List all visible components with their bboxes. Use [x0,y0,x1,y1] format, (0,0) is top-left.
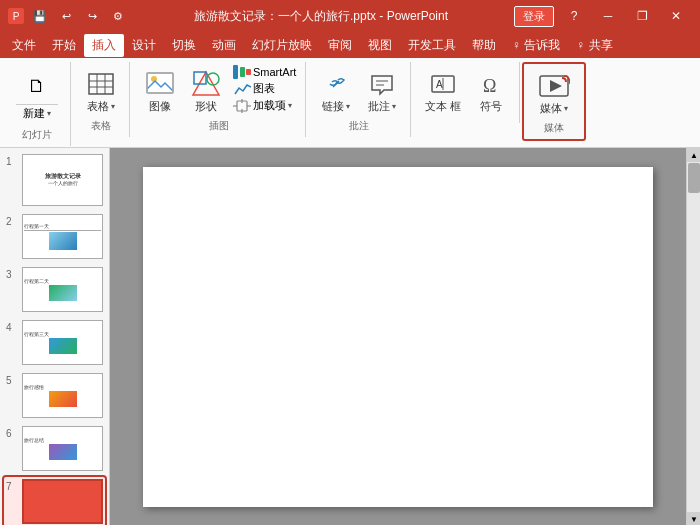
menu-slideshow[interactable]: 幻灯片放映 [244,34,320,57]
ribbon-group-text: A 文本 框 Ω 符号 [413,62,520,123]
menu-transitions[interactable]: 切换 [164,34,204,57]
ribbon-group-illustrations: 图像 形状 [132,62,306,137]
title-bar-left: P 💾 ↩ ↪ ⚙ [8,6,128,26]
new-slide-caret: ▾ [47,109,51,118]
svg-rect-0 [89,74,113,94]
slide-preview-7 [22,479,103,524]
ppt-canvas[interactable] [143,167,653,507]
slide-num-3: 3 [6,269,18,280]
addons-button[interactable]: 加载项 ▾ [230,97,299,114]
addons-label: 加载项 [253,98,286,113]
ribbon-group-links: 链接 ▾ 批注 ▾ [308,62,411,137]
save-icon[interactable]: 💾 [30,6,50,26]
table-label: 表格 ▾ [87,100,115,113]
workspace: 1 旅游散文记录 一个人的旅行 2 行程第一天 3 行 [0,148,700,525]
title-bar: P 💾 ↩ ↪ ⚙ 旅游散文记录：一个人的旅行.pptx - PowerPoin… [0,0,700,32]
menu-review[interactable]: 审阅 [320,34,360,57]
slide-thumb-4[interactable]: 4 行程第三天 [4,318,105,367]
textbox-icon: A [427,68,459,100]
shapes-label: 形状 [195,100,217,113]
scrollbar-thumb[interactable] [688,163,700,193]
scrollbar-track[interactable] [687,162,700,512]
scroll-down-button[interactable]: ▼ [687,512,700,525]
table-caret: ▾ [111,102,115,112]
slide-thumb-7[interactable]: 7 [4,477,105,525]
illustrations-group-label: 插图 [209,119,229,133]
table-button[interactable]: 表格 ▾ [79,64,123,117]
undo-icon[interactable]: ↩ [56,6,76,26]
slide-num-2: 2 [6,216,18,227]
smartart-button[interactable]: SmartArt [230,64,299,80]
menu-view[interactable]: 视图 [360,34,400,57]
menu-animations[interactable]: 动画 [204,34,244,57]
svg-text:A: A [436,79,443,90]
links-group-items: 链接 ▾ 批注 ▾ [314,64,404,117]
image-button[interactable]: 图像 [138,64,182,117]
slide-preview-2: 行程第一天 [22,214,103,259]
right-scrollbar[interactable]: ▲ ▼ [686,148,700,525]
menu-design[interactable]: 设计 [124,34,164,57]
menu-insert[interactable]: 插入 [84,34,124,57]
slide-thumb-1[interactable]: 1 旅游散文记录 一个人的旅行 [4,152,105,208]
new-slide-button[interactable]: 🗋 新建 ▾ [10,64,64,126]
slides-group-items: 🗋 新建 ▾ [10,64,64,126]
links-group-label: 批注 [349,119,369,133]
minimize-button[interactable]: ─ [592,6,624,26]
slides-panel: 1 旅游散文记录 一个人的旅行 2 行程第一天 3 行 [0,148,110,525]
main-canvas-area [110,148,686,525]
menu-help[interactable]: 帮助 [464,34,504,57]
title-bar-right: 登录 ? ─ ❐ ✕ [514,6,692,27]
textbox-button[interactable]: A 文本 框 [419,64,467,117]
tables-group-items: 表格 ▾ [79,64,123,117]
slide-num-6: 6 [6,428,18,439]
chart-button[interactable]: 图表 [230,80,299,97]
comment-icon [366,68,398,100]
scroll-up-button[interactable]: ▲ [687,148,700,162]
slide-thumb-5[interactable]: 5 旅行感悟 [4,371,105,420]
slide-thumb-3[interactable]: 3 行程第二天 [4,265,105,314]
slide-num-4: 4 [6,322,18,333]
svg-marker-26 [550,80,562,92]
slide-thumb-2[interactable]: 2 行程第一天 [4,212,105,261]
svg-rect-13 [246,69,251,75]
media-caret: ▾ [564,104,568,114]
login-button[interactable]: 登录 [514,6,554,27]
help-button[interactable]: ? [558,6,590,26]
link-caret: ▾ [346,102,350,112]
comment-caret: ▾ [392,102,396,112]
slide-preview-4: 行程第三天 [22,320,103,365]
menu-file[interactable]: 文件 [4,34,44,57]
ribbon: 🗋 新建 ▾ 幻灯片 [0,58,700,148]
link-button[interactable]: 链接 ▾ [314,64,358,117]
slides-group-label: 幻灯片 [22,128,52,142]
link-label: 链接 ▾ [322,100,350,113]
symbol-button[interactable]: Ω 符号 [469,64,513,117]
svg-rect-5 [147,73,173,93]
media-label: 媒体 ▾ [540,102,568,115]
media-icon [538,70,570,102]
menu-home[interactable]: 开始 [44,34,84,57]
redo-icon[interactable]: ↪ [82,6,102,26]
svg-text:Ω: Ω [483,76,496,96]
menu-tellme[interactable]: ♀ 告诉我 [504,34,568,57]
svg-rect-12 [240,67,245,77]
restore-button[interactable]: ❐ [626,6,658,26]
shapes-icon [190,68,222,100]
shapes-button[interactable]: 形状 [184,64,228,117]
customize-icon[interactable]: ⚙ [108,6,128,26]
media-button[interactable]: 媒体 ▾ [532,66,576,119]
media-group-items: 媒体 ▾ [532,66,576,119]
illustrations-group-items: 图像 形状 [138,64,299,117]
new-slide-bottom[interactable]: 新建 ▾ [18,105,56,122]
close-button[interactable]: ✕ [660,6,692,26]
slide-num-7: 7 [6,481,18,492]
link-icon [320,68,352,100]
comment-button[interactable]: 批注 ▾ [360,64,404,117]
menu-share[interactable]: ♀ 共享 [568,34,620,57]
text-group-items: A 文本 框 Ω 符号 [419,64,513,117]
media-group-label: 媒体 [544,121,564,135]
new-slide-top[interactable]: 🗋 [16,68,58,105]
app-icon: P [8,8,24,24]
menu-devtools[interactable]: 开发工具 [400,34,464,57]
slide-thumb-6[interactable]: 6 旅行总结 [4,424,105,473]
